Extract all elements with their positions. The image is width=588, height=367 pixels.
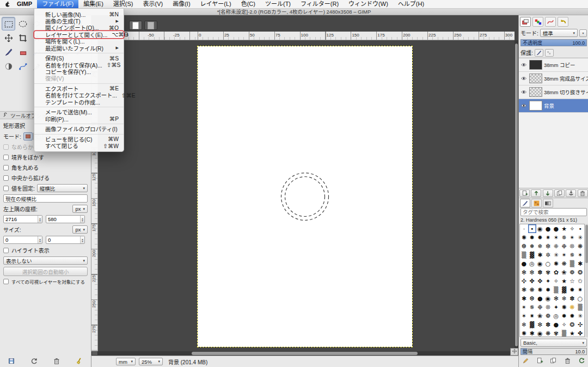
brushes-tab[interactable] (520, 199, 530, 207)
brush-cell[interactable]: ✽ (544, 320, 552, 329)
brush-cell[interactable]: ✹ (560, 311, 568, 320)
rounded-checkbox[interactable] (3, 165, 9, 170)
auto-shrink-button[interactable]: 選択範囲の自動縮小 (3, 267, 88, 276)
channels-tab[interactable] (532, 17, 543, 27)
brush-cell[interactable]: ★ (568, 329, 577, 337)
brush-cell[interactable]: ✤ (576, 329, 584, 337)
brush-cell[interactable]: ❂ (576, 268, 584, 277)
brush-cell[interactable]: ❄ (536, 242, 544, 250)
brush-cell[interactable]: ❉ (536, 303, 544, 311)
fixed-checkbox[interactable] (3, 186, 9, 191)
brush-cell[interactable]: • (576, 224, 584, 233)
layers-tab[interactable] (520, 17, 531, 27)
unit-combo[interactable]: mm ▾ (116, 358, 136, 365)
brush-cell[interactable]: ✳ (576, 233, 584, 242)
image-tab-2[interactable] (144, 21, 157, 30)
tool-eraser[interactable] (16, 45, 29, 59)
brush-cell[interactable]: ✴ (568, 233, 577, 242)
new-layer-button[interactable] (519, 189, 530, 197)
file-menu-item-close-all[interactable]: すべて閉じる⇧⌘W (34, 143, 124, 149)
brush-cell[interactable]: ✺ (520, 329, 528, 337)
brush-cell[interactable]: ✹ (528, 233, 536, 242)
brush-cell[interactable]: ◉ (536, 329, 544, 337)
brush-cell[interactable]: ◉ (536, 224, 544, 233)
mode-replace-button[interactable] (23, 132, 33, 140)
brush-cell[interactable]: ○ (544, 259, 552, 268)
brush-cell[interactable]: ✽ (568, 294, 577, 303)
zoom-combo[interactable]: 25% ▾ (139, 358, 163, 365)
layer-row-1[interactable]: 38mm 完成品サイズ(円 (519, 72, 588, 85)
file-menu-item-open-recent[interactable]: 最近開いたファイル(R)▶ (34, 45, 124, 51)
layer-mode-combo[interactable]: 標準 ▾ (540, 29, 578, 37)
fixed-aspect-combo[interactable]: 縦横比 ▾ (37, 184, 88, 192)
brush-cell[interactable]: ✼ (528, 268, 536, 277)
brush-cell[interactable]: ✻ (552, 294, 560, 303)
layer-visibility-icon[interactable] (520, 62, 528, 68)
brush-cell[interactable]: ✵ (560, 233, 568, 242)
scrollbar-thumb[interactable] (515, 44, 518, 346)
brush-cell[interactable]: ✿ (552, 268, 560, 277)
size-width-input[interactable]: ▴▾ (3, 236, 42, 244)
brush-cell[interactable]: ▒ (560, 329, 568, 337)
tool-paths[interactable] (16, 59, 29, 73)
tool-move[interactable] (2, 31, 15, 45)
brush-cell[interactable]: ✺ (520, 233, 528, 242)
file-menu-item-create-template[interactable]: テンプレートの作成... (34, 99, 124, 105)
brush-cell[interactable]: ✣ (520, 277, 528, 285)
menubar-item-select[interactable]: 選択(S) (108, 0, 138, 8)
brush-cell[interactable]: ✵ (528, 303, 536, 311)
brush-cell[interactable]: ✼ (536, 320, 544, 329)
brush-cell[interactable]: ✺ (552, 259, 560, 268)
brush-cell[interactable]: ✵ (568, 250, 577, 259)
horizontal-ruler[interactable]: -75-50-250255075100125150175200225250275… (98, 32, 514, 40)
undo-history-tab[interactable] (558, 17, 568, 27)
menubar-item-edit[interactable]: 編集(E) (78, 0, 108, 8)
from-center-checkbox[interactable] (3, 175, 9, 181)
brush-cell[interactable]: ✴ (520, 303, 528, 311)
brush-tag-combo[interactable]: Basic, ▾ (520, 339, 587, 347)
sample-merged-checkbox[interactable] (3, 279, 9, 284)
brush-cell[interactable]: ✳ (552, 250, 560, 259)
position-unit-combo[interactable]: px ▾ (72, 205, 88, 213)
brush-cell[interactable]: ▒ (520, 250, 528, 259)
save-tool-options-button[interactable] (7, 357, 16, 365)
tool-ellipse-select[interactable] (16, 17, 29, 30)
stepper-icon[interactable]: ▴▾ (80, 216, 84, 223)
vertical-scrollbar[interactable] (514, 40, 518, 351)
brush-cell[interactable]: ❆ (528, 294, 536, 303)
brush-cell[interactable]: ✶ (552, 233, 560, 242)
brush-cell[interactable]: ✥ (536, 277, 544, 285)
brush-cell[interactable]: ▒ (568, 259, 577, 268)
brush-cell[interactable]: ❋ (544, 329, 552, 337)
brush-cell[interactable]: ▓ (528, 320, 536, 329)
layer-visibility-icon[interactable] (520, 102, 528, 109)
menubar-item-file[interactable]: ファイル(F) (37, 0, 78, 8)
brush-cell[interactable]: ◎ (528, 259, 536, 268)
image-tab[interactable] (129, 21, 142, 30)
tool-paintbrush[interactable] (2, 45, 15, 59)
antialias-checkbox[interactable] (3, 144, 9, 150)
tag-search-input[interactable] (520, 208, 587, 216)
brush-cell[interactable]: ✣ (576, 320, 584, 329)
brush-cell[interactable]: ◉ (536, 259, 544, 268)
brush-cell[interactable]: ✱ (536, 250, 544, 259)
option-rounded[interactable]: 角を丸める (3, 163, 88, 172)
size-height-input[interactable]: ▴▾ (46, 236, 85, 244)
brush-cell[interactable]: ✽ (536, 268, 544, 277)
brush-cell[interactable]: ○ (576, 294, 584, 303)
brush-cell[interactable]: ★ (560, 224, 568, 233)
brush-scrollbar[interactable] (585, 224, 588, 337)
patterns-tab[interactable] (531, 199, 542, 207)
brush-cell[interactable]: ✧ (568, 224, 577, 233)
brush-cell[interactable]: ❅ (528, 242, 536, 250)
brush-spacing-slider[interactable]: 間隔 10.0 (520, 348, 587, 355)
paths-tab[interactable] (545, 17, 556, 27)
brush-cell[interactable]: ✸ (536, 233, 544, 242)
option-feather[interactable]: 境界をぼかす (3, 153, 88, 161)
menubar-item-view[interactable]: 表示(V) (138, 0, 168, 8)
opacity-slider[interactable]: 不透明度 100.0 (520, 39, 587, 46)
brush-cell[interactable]: ✾ (544, 268, 552, 277)
brush-cell[interactable]: ❁ (544, 311, 552, 320)
brush-cell[interactable]: ✷ (576, 285, 584, 294)
menubar-item-help[interactable]: ヘルプ(H) (393, 0, 429, 8)
